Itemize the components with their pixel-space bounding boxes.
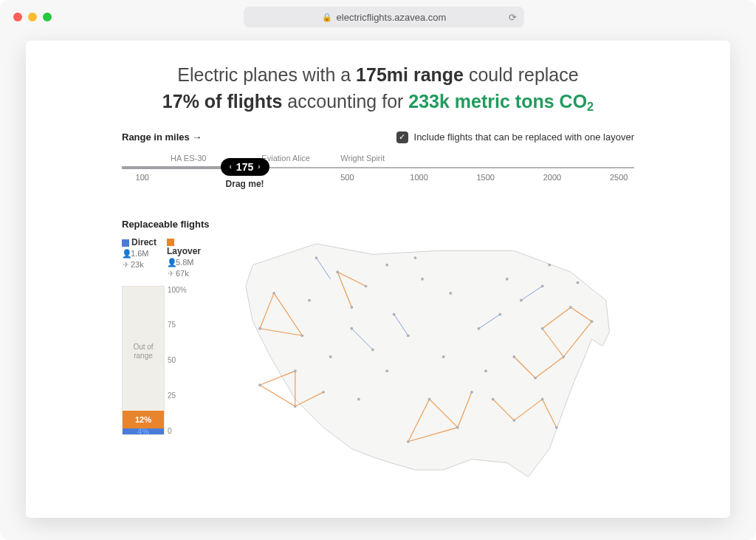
svg-point-37	[365, 284, 368, 287]
svg-point-49	[541, 284, 544, 287]
svg-point-52	[591, 320, 594, 323]
svg-point-30	[258, 383, 261, 386]
include-layover-checkbox[interactable]: ✓ Include flights that can be replaced w…	[396, 131, 634, 143]
svg-point-40	[393, 312, 396, 315]
svg-point-70	[308, 298, 311, 301]
aircraft-marker: HA ES-30	[171, 154, 206, 163]
slider-tick: 1500	[476, 173, 494, 182]
svg-point-33	[322, 390, 325, 393]
map-svg	[210, 198, 634, 516]
svg-point-34	[315, 256, 318, 259]
slider-tick: 2500	[610, 173, 628, 182]
reload-icon[interactable]: ⟳	[509, 12, 517, 23]
title-bar: 🔒 electricflights.azavea.com ⟳	[0, 0, 756, 34]
minimize-window-button[interactable]	[28, 13, 37, 21]
swatch-direct	[122, 239, 129, 247]
svg-point-51	[569, 306, 572, 309]
headline-pct: 17% of flights	[162, 91, 283, 112]
lock-icon: 🔒	[322, 13, 332, 22]
bar-axis: 100%7550250	[168, 286, 187, 435]
svg-point-48	[520, 298, 523, 301]
svg-point-31	[294, 369, 297, 372]
legend-direct: Direct 👤1.6M ✈23k	[122, 237, 157, 278]
svg-point-28	[300, 334, 303, 337]
headline-text: Electric planes with a	[177, 64, 356, 85]
svg-point-60	[421, 277, 424, 280]
browser-window: 🔒 electricflights.azavea.com ⟳ Electric …	[0, 0, 756, 540]
svg-point-27	[272, 291, 275, 294]
svg-point-63	[357, 397, 360, 400]
svg-point-38	[350, 327, 353, 329]
checkbox-label: Include flights that can be replaced wit…	[414, 131, 634, 143]
headline-co2: 233k metric tons CO2	[408, 91, 594, 112]
svg-point-44	[407, 440, 410, 442]
plane-icon: ✈	[167, 269, 174, 278]
svg-point-62	[385, 369, 388, 372]
svg-point-39	[371, 348, 374, 351]
svg-point-57	[541, 397, 544, 400]
bar-direct-seg: 4%	[123, 428, 164, 434]
svg-point-45	[470, 390, 473, 393]
svg-point-69	[329, 355, 332, 358]
svg-point-43	[456, 425, 459, 428]
out-of-range-label: Out ofrange	[133, 343, 153, 360]
slider-tick: 100	[136, 173, 149, 182]
slider-tick: 2000	[543, 173, 561, 182]
svg-point-67	[548, 263, 551, 266]
headline: Electric planes with a 175mi range could…	[26, 61, 730, 115]
range-slider[interactable]: HA ES-30Eviation AliceWright Spirit ‹ 17…	[122, 154, 634, 198]
person-icon: 👤	[122, 249, 129, 259]
aircraft-markers: HA ES-30Eviation AliceWright Spirit	[122, 154, 634, 164]
address-bar[interactable]: 🔒 electricflights.azavea.com ⟳	[244, 7, 524, 27]
svg-point-58	[492, 397, 495, 400]
bar-layover-seg: 12%	[123, 411, 164, 428]
chevron-right-icon: ›	[258, 163, 260, 171]
svg-point-71	[385, 263, 388, 266]
aircraft-marker: Eviation Alice	[261, 154, 309, 163]
svg-point-61	[449, 291, 452, 294]
us-map[interactable]	[210, 198, 634, 516]
svg-point-32	[294, 405, 297, 408]
svg-point-72	[414, 256, 417, 259]
svg-point-53	[562, 355, 565, 358]
range-label: Range in miles →	[122, 131, 202, 143]
checkbox-checked-icon: ✓	[396, 131, 408, 143]
url-text: electricflights.azavea.com	[337, 12, 447, 23]
svg-point-47	[498, 312, 501, 315]
person-icon: 👤	[167, 258, 174, 267]
svg-point-50	[541, 327, 544, 329]
slider-thumb[interactable]: ‹ 175 ›	[221, 158, 269, 176]
window-controls	[13, 13, 52, 21]
svg-point-64	[442, 355, 445, 358]
page-content: Electric planes with a 175mi range could…	[26, 41, 730, 518]
headline-range: 175mi range	[356, 64, 464, 85]
svg-point-54	[534, 376, 537, 379]
legend-panel: Replaceable flights Direct 👤1.6M ✈23k La…	[122, 198, 210, 516]
svg-point-46	[478, 327, 481, 329]
svg-point-55	[512, 355, 515, 358]
swatch-layover	[167, 239, 174, 246]
svg-point-36	[350, 306, 353, 309]
close-window-button[interactable]	[13, 13, 22, 21]
zoom-window-button[interactable]	[43, 13, 52, 21]
svg-point-68	[577, 281, 580, 284]
svg-point-29	[258, 327, 261, 329]
headline-text: accounting for	[282, 91, 408, 112]
legend-title: Replaceable flights	[122, 219, 210, 230]
svg-point-66	[506, 277, 509, 280]
plane-icon: ✈	[122, 260, 129, 270]
slider-value: 175	[236, 161, 253, 173]
slider-tick: 500	[340, 173, 354, 182]
svg-point-59	[555, 425, 558, 428]
aircraft-marker: Wright Spirit	[340, 154, 385, 163]
svg-point-41	[407, 334, 410, 337]
chevron-left-icon: ‹	[230, 163, 232, 171]
svg-point-56	[512, 419, 515, 422]
svg-point-42	[428, 397, 431, 400]
us-outline	[246, 243, 610, 476]
legend-layover: Layover 👤5.8M ✈67k	[167, 237, 210, 278]
slider-tick: 1000	[410, 173, 427, 182]
slider-track[interactable]	[122, 167, 634, 168]
headline-text: could replace	[464, 64, 579, 85]
pct-bar: Out ofrange 12% 4%	[122, 286, 165, 435]
